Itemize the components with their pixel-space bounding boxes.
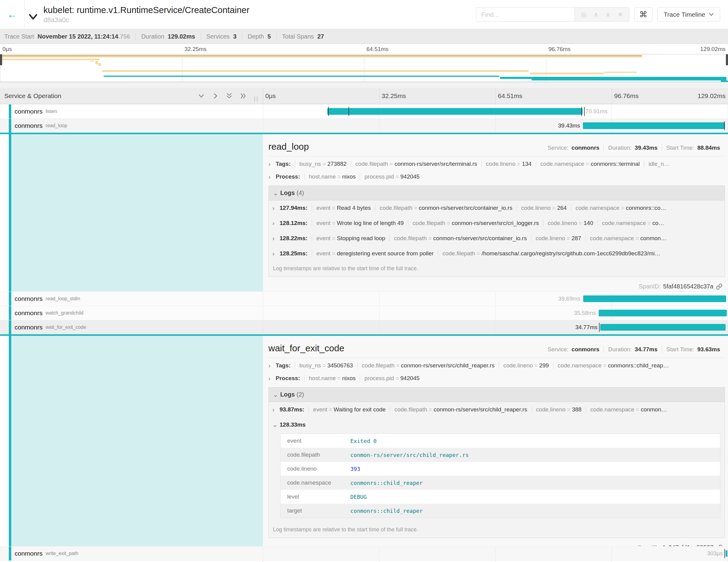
span-color-bar bbox=[9, 306, 11, 320]
keyboard-shortcuts-button[interactable]: ⌘ bbox=[634, 7, 652, 22]
tag-key: process.pid bbox=[364, 173, 394, 180]
summary-item: Depth 5 bbox=[242, 33, 276, 40]
equals-sign: = bbox=[329, 406, 332, 413]
tag-value: conmon-rs/server/src/terminal.rs bbox=[394, 161, 477, 167]
span-link-button[interactable] bbox=[716, 283, 723, 290]
column-resize-grip[interactable] bbox=[254, 97, 257, 102]
chevron-right-icon: › bbox=[272, 220, 280, 227]
log-entry[interactable]: ›128.25ms:event=deregistering event sour… bbox=[269, 246, 725, 261]
timeline-tick-label: 0μs bbox=[265, 92, 276, 100]
span-detail-panel: wait_for_exit_codeService: conmonrsDurat… bbox=[0, 336, 728, 546]
minimap-span-segment bbox=[95, 61, 98, 64]
clear-search-icon[interactable]: ✕ bbox=[617, 11, 623, 18]
next-result-icon[interactable]: ∨ bbox=[606, 11, 610, 18]
tags-accordion[interactable]: ›Tags:busy_ns=34506763code.filepath=conm… bbox=[268, 359, 725, 372]
log-field-key: code.filepath bbox=[287, 451, 350, 458]
logs-header[interactable]: ⌄Logs(4) bbox=[269, 186, 725, 200]
equals-sign: = bbox=[396, 173, 399, 180]
process-accordion[interactable]: ›Process:host.name=nixosprocess.pid=9420… bbox=[268, 372, 725, 385]
detail-meta-value: 93.63ms bbox=[697, 346, 720, 353]
span-duration-bar[interactable] bbox=[583, 295, 726, 302]
span-log-marker bbox=[724, 121, 725, 130]
span-row-watch_grandchild[interactable]: conmonrswatch_grandchild35.58ms bbox=[0, 306, 728, 320]
chevron-right-icon: › bbox=[268, 160, 276, 168]
equals-sign: = bbox=[332, 250, 335, 257]
minimap-canvas[interactable] bbox=[0, 54, 728, 82]
span-duration-bar[interactable] bbox=[327, 108, 583, 115]
chevron-right-icon: › bbox=[268, 375, 276, 382]
log-timestamp: 128.33ms bbox=[280, 421, 306, 428]
tag-pair: code.namespace=co… bbox=[597, 220, 668, 227]
minimap-spacer bbox=[0, 82, 728, 88]
tag-pair: code.namespace=conmonrs::co… bbox=[571, 205, 671, 211]
tag-key: busy_ns bbox=[299, 161, 321, 167]
span-duration-bar[interactable] bbox=[726, 550, 727, 557]
log-entry[interactable]: ›128.22ms:event=Stopping read loopcode.f… bbox=[269, 231, 725, 246]
tag-key: event bbox=[316, 205, 330, 211]
detail-indent-fill bbox=[11, 336, 263, 546]
trace-collapse-toggle[interactable] bbox=[25, 0, 42, 29]
span-link-button[interactable] bbox=[716, 544, 723, 547]
collapse-one-button[interactable] bbox=[211, 92, 219, 100]
summary-value: November 15 2022, 11:24:14.756 bbox=[38, 33, 130, 40]
span-duration-bar[interactable] bbox=[583, 122, 725, 129]
span-duration-label: 39.43ms bbox=[558, 122, 580, 129]
equals-sign: = bbox=[477, 250, 480, 257]
process-label: Process: bbox=[276, 173, 300, 180]
tags-accordion[interactable]: ›Tags:busy_ns=273882code.filepath=conmon… bbox=[268, 158, 725, 170]
tag-key: code.lineno bbox=[536, 235, 565, 241]
equals-sign: = bbox=[648, 220, 651, 226]
tag-value: conmonrs::terminal bbox=[591, 161, 640, 167]
span-detail-body: wait_for_exit_codeService: conmonrsDurat… bbox=[263, 336, 728, 546]
summary-value: 3 bbox=[233, 33, 236, 40]
back-button[interactable]: ← bbox=[0, 0, 25, 29]
trace-view-select[interactable]: Trace Timeline bbox=[657, 7, 720, 22]
log-field-value: conmonrs::child_reaper bbox=[350, 480, 423, 486]
tag-pair: code.lineno=388 bbox=[532, 406, 586, 413]
span-row-write_exit_path[interactable]: conmonrswrite_exit_path303μs bbox=[0, 546, 728, 560]
tag-key: code.namespace bbox=[590, 235, 634, 241]
trace-id: d8a3a0c bbox=[43, 16, 250, 24]
logs-header[interactable]: ⌄Logs(2) bbox=[269, 387, 725, 402]
logs-count: (4) bbox=[297, 189, 304, 196]
prev-result-icon[interactable]: ∧ bbox=[594, 11, 598, 18]
tag-value: conmon… bbox=[640, 235, 667, 241]
summary-item: Trace Start November 15 2022, 11:24:14.7… bbox=[4, 33, 135, 40]
span-timeline-cell: 303μs bbox=[263, 547, 728, 560]
expand-all-button[interactable] bbox=[225, 92, 233, 100]
span-row-wait_for_exit_code[interactable]: conmonrswait_for_exit_code34.77ms bbox=[0, 320, 728, 334]
expand-one-button[interactable] bbox=[197, 92, 205, 100]
span-row-listen[interactable]: conmonrslisten70.91ms bbox=[0, 104, 728, 118]
equals-sign: = bbox=[586, 161, 589, 167]
span-row-read_loop[interactable]: conmonrsread_loop39.43ms bbox=[0, 118, 728, 133]
log-field-value: 393 bbox=[350, 466, 360, 472]
log-entry[interactable]: ⌄128.33ms bbox=[269, 417, 725, 432]
equals-sign: = bbox=[447, 220, 450, 226]
span-timeline-cell: 35.58ms bbox=[263, 306, 728, 320]
minimap-span-segment bbox=[721, 80, 728, 82]
collapse-all-button[interactable] bbox=[239, 92, 247, 100]
trace-view-label: Trace Timeline bbox=[664, 11, 705, 18]
tag-pair: event=Read 4 bytes bbox=[312, 205, 375, 211]
span-row-read_loop_stdin[interactable]: conmonrsread_loop_stdin39.69ms bbox=[0, 291, 728, 306]
trace-heading: kubelet: runtime.v1.RuntimeService/Creat… bbox=[42, 5, 250, 24]
find-input[interactable] bbox=[476, 8, 574, 21]
tag-value: /home/sascha/.cargo/registry/src/github.… bbox=[481, 250, 660, 257]
span-duration-bar[interactable] bbox=[600, 324, 726, 331]
tag-pair: code.filepath=conmon-rs/server/src/cri_l… bbox=[408, 220, 543, 227]
summary-value: 5 bbox=[267, 33, 271, 40]
match-case-icon[interactable]: ◎ bbox=[581, 11, 586, 18]
log-entry[interactable]: ›93.87ms:event=Waiting for exit codecode… bbox=[269, 402, 725, 417]
logs-count: (2) bbox=[297, 391, 304, 398]
span-duration-bar[interactable] bbox=[599, 310, 727, 316]
minimap-right-handle[interactable] bbox=[726, 54, 728, 65]
span-operation-name: watch_grandchild bbox=[46, 310, 83, 316]
chevron-right-icon: › bbox=[272, 235, 280, 242]
minimap-left-handle[interactable] bbox=[0, 54, 2, 65]
equals-sign: = bbox=[579, 220, 582, 226]
tag-value: 942045 bbox=[400, 375, 420, 381]
process-accordion[interactable]: ›Process:host.name=nixosprocess.pid=9420… bbox=[268, 170, 725, 183]
log-entry[interactable]: ›128.12ms:event=Wrote log line of length… bbox=[269, 216, 725, 231]
log-entry[interactable]: ›127.94ms:event=Read 4 bytescode.filepat… bbox=[269, 200, 725, 216]
collapse-controls bbox=[197, 92, 247, 100]
